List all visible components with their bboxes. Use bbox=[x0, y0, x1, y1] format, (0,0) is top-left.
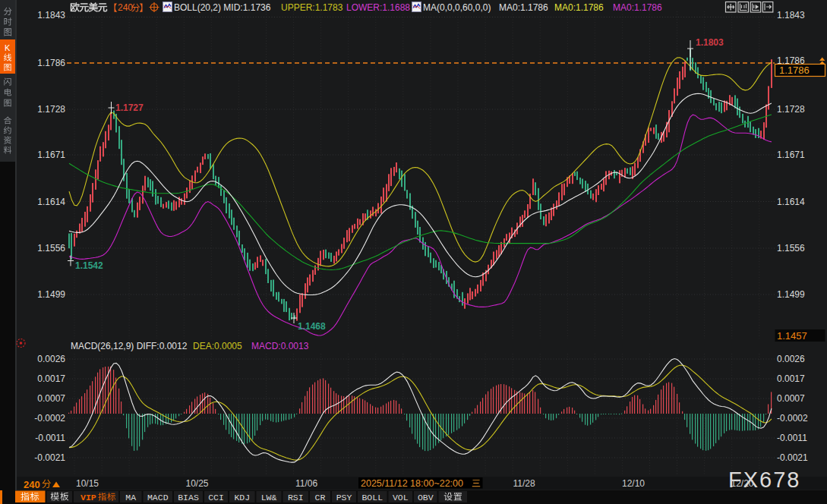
svg-text:MACD:0.0013: MACD:0.0013 bbox=[251, 341, 309, 351]
svg-text:K: K bbox=[5, 43, 11, 52]
svg-text:BOLL: BOLL bbox=[361, 493, 383, 502]
svg-text:1.1457: 1.1457 bbox=[777, 330, 807, 342]
svg-text:CR: CR bbox=[315, 493, 326, 502]
svg-text:MACD(26,12,9) DIFF:0.0012: MACD(26,12,9) DIFF:0.0012 bbox=[71, 341, 188, 351]
svg-text:MACD: MACD bbox=[147, 493, 169, 502]
svg-text:MA0:1.1786: MA0:1.1786 bbox=[613, 2, 662, 13]
svg-text:DEA:0.0005: DEA:0.0005 bbox=[193, 341, 242, 351]
svg-text:BOLL(20,2) MID:1.1736: BOLL(20,2) MID:1.1736 bbox=[174, 2, 271, 13]
svg-text:240: 240 bbox=[118, 2, 133, 13]
svg-text:MA0:1.1786: MA0:1.1786 bbox=[499, 2, 548, 13]
svg-text:OBV: OBV bbox=[418, 493, 434, 502]
svg-text:MA0:1.1786: MA0:1.1786 bbox=[554, 2, 604, 13]
svg-text:KDJ: KDJ bbox=[234, 493, 250, 502]
svg-text:VOL: VOL bbox=[393, 493, 409, 502]
svg-text:UPPER:1.1783: UPPER:1.1783 bbox=[281, 2, 343, 13]
svg-text:LOWER:1.1688: LOWER:1.1688 bbox=[346, 2, 410, 13]
svg-text:MA(0,0,0,60,0,0): MA(0,0,0,60,0,0) bbox=[423, 2, 491, 13]
svg-text:PSY: PSY bbox=[336, 493, 352, 502]
svg-text:240: 240 bbox=[24, 479, 40, 490]
svg-text:LW&: LW& bbox=[261, 493, 277, 502]
svg-text:CCI: CCI bbox=[208, 493, 224, 502]
svg-text:MA: MA bbox=[125, 493, 136, 502]
svg-text:1.1786: 1.1786 bbox=[779, 65, 810, 76]
svg-text:2025/11/12 18:00~22:00: 2025/11/12 18:00~22:00 bbox=[361, 478, 463, 489]
svg-text:RSI: RSI bbox=[288, 493, 304, 502]
svg-text:BIAS: BIAS bbox=[178, 493, 199, 502]
svg-text:VIP: VIP bbox=[80, 493, 96, 502]
